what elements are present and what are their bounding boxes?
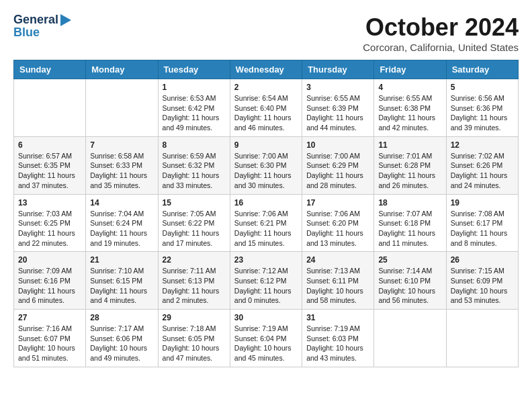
month-title: October 2024 bbox=[363, 13, 519, 42]
calendar-cell: 23Sunrise: 7:12 AM Sunset: 6:12 PM Dayli… bbox=[230, 252, 302, 310]
calendar-week-row: 20Sunrise: 7:09 AM Sunset: 6:16 PM Dayli… bbox=[14, 252, 519, 310]
logo-blue: Blue bbox=[13, 26, 71, 40]
calendar-cell bbox=[14, 79, 86, 137]
day-number: 10 bbox=[306, 140, 369, 150]
logo: General Blue bbox=[13, 13, 71, 40]
page-header: General Blue October 2024 Corcoran, Cali… bbox=[13, 13, 519, 53]
calendar-cell: 28Sunrise: 7:17 AM Sunset: 6:06 PM Dayli… bbox=[86, 310, 158, 367]
day-info: Sunrise: 7:05 AM Sunset: 6:22 PM Dayligh… bbox=[163, 209, 226, 248]
calendar-cell: 26Sunrise: 7:15 AM Sunset: 6:09 PM Dayli… bbox=[446, 252, 518, 310]
calendar-cell: 7Sunrise: 6:58 AM Sunset: 6:33 PM Daylig… bbox=[86, 136, 158, 194]
day-info: Sunrise: 7:18 AM Sunset: 6:05 PM Dayligh… bbox=[163, 324, 226, 363]
day-number: 24 bbox=[306, 255, 369, 265]
calendar-cell: 16Sunrise: 7:06 AM Sunset: 6:21 PM Dayli… bbox=[230, 194, 302, 252]
calendar-header-row: SundayMondayTuesdayWednesdayThursdayFrid… bbox=[14, 60, 519, 79]
day-number: 26 bbox=[451, 255, 514, 265]
calendar-cell: 30Sunrise: 7:19 AM Sunset: 6:04 PM Dayli… bbox=[230, 310, 302, 367]
day-number: 31 bbox=[306, 313, 369, 322]
day-info: Sunrise: 7:04 AM Sunset: 6:24 PM Dayligh… bbox=[90, 209, 153, 248]
day-number: 11 bbox=[378, 140, 441, 150]
day-info: Sunrise: 6:56 AM Sunset: 6:36 PM Dayligh… bbox=[451, 93, 514, 133]
day-number: 29 bbox=[163, 313, 226, 322]
day-info: Sunrise: 6:58 AM Sunset: 6:33 PM Dayligh… bbox=[90, 151, 153, 191]
calendar-week-row: 27Sunrise: 7:16 AM Sunset: 6:07 PM Dayli… bbox=[14, 310, 519, 367]
calendar-cell: 3Sunrise: 6:55 AM Sunset: 6:39 PM Daylig… bbox=[302, 79, 374, 137]
day-info: Sunrise: 7:01 AM Sunset: 6:28 PM Dayligh… bbox=[378, 151, 441, 191]
day-number: 28 bbox=[90, 313, 153, 322]
calendar-cell: 10Sunrise: 7:00 AM Sunset: 6:29 PM Dayli… bbox=[302, 136, 374, 194]
day-info: Sunrise: 7:03 AM Sunset: 6:25 PM Dayligh… bbox=[18, 209, 81, 248]
calendar-cell: 31Sunrise: 7:19 AM Sunset: 6:03 PM Dayli… bbox=[302, 310, 374, 367]
day-info: Sunrise: 7:17 AM Sunset: 6:06 PM Dayligh… bbox=[90, 324, 153, 363]
day-number: 1 bbox=[163, 83, 226, 92]
calendar-cell: 25Sunrise: 7:14 AM Sunset: 6:10 PM Dayli… bbox=[374, 252, 446, 310]
day-of-week-header: Wednesday bbox=[230, 60, 302, 79]
day-number: 15 bbox=[163, 198, 226, 208]
calendar-cell: 1Sunrise: 6:53 AM Sunset: 6:42 PM Daylig… bbox=[158, 79, 230, 137]
calendar-cell: 8Sunrise: 6:59 AM Sunset: 6:32 PM Daylig… bbox=[158, 136, 230, 194]
calendar-cell: 17Sunrise: 7:06 AM Sunset: 6:20 PM Dayli… bbox=[302, 194, 374, 252]
day-number: 5 bbox=[451, 83, 514, 92]
day-info: Sunrise: 7:07 AM Sunset: 6:18 PM Dayligh… bbox=[378, 209, 441, 248]
day-info: Sunrise: 7:06 AM Sunset: 6:21 PM Dayligh… bbox=[234, 209, 298, 248]
day-number: 25 bbox=[378, 255, 441, 265]
day-info: Sunrise: 6:55 AM Sunset: 6:38 PM Dayligh… bbox=[378, 93, 441, 133]
calendar-week-row: 13Sunrise: 7:03 AM Sunset: 6:25 PM Dayli… bbox=[14, 194, 519, 252]
day-of-week-header: Thursday bbox=[302, 60, 374, 79]
calendar-cell: 19Sunrise: 7:08 AM Sunset: 6:17 PM Dayli… bbox=[446, 194, 518, 252]
calendar-cell: 15Sunrise: 7:05 AM Sunset: 6:22 PM Dayli… bbox=[158, 194, 230, 252]
day-number: 20 bbox=[18, 255, 81, 265]
calendar-cell: 6Sunrise: 6:57 AM Sunset: 6:35 PM Daylig… bbox=[14, 136, 86, 194]
day-info: Sunrise: 7:09 AM Sunset: 6:16 PM Dayligh… bbox=[18, 266, 81, 306]
day-number: 9 bbox=[234, 140, 298, 150]
day-info: Sunrise: 7:06 AM Sunset: 6:20 PM Dayligh… bbox=[306, 209, 369, 248]
day-of-week-header: Saturday bbox=[446, 60, 518, 79]
day-number: 8 bbox=[163, 140, 226, 150]
calendar-cell: 22Sunrise: 7:11 AM Sunset: 6:13 PM Dayli… bbox=[158, 252, 230, 310]
day-number: 3 bbox=[306, 83, 369, 92]
calendar-cell bbox=[446, 310, 518, 367]
day-info: Sunrise: 6:54 AM Sunset: 6:40 PM Dayligh… bbox=[234, 93, 298, 133]
day-number: 12 bbox=[451, 140, 514, 150]
day-info: Sunrise: 7:15 AM Sunset: 6:09 PM Dayligh… bbox=[451, 266, 514, 306]
day-info: Sunrise: 6:57 AM Sunset: 6:35 PM Dayligh… bbox=[18, 151, 81, 191]
day-info: Sunrise: 7:08 AM Sunset: 6:17 PM Dayligh… bbox=[451, 209, 514, 248]
calendar-cell bbox=[374, 310, 446, 367]
day-number: 27 bbox=[18, 313, 81, 322]
title-block: October 2024 Corcoran, California, Unite… bbox=[363, 13, 519, 53]
day-info: Sunrise: 6:55 AM Sunset: 6:39 PM Dayligh… bbox=[306, 93, 369, 133]
day-info: Sunrise: 7:16 AM Sunset: 6:07 PM Dayligh… bbox=[18, 324, 81, 363]
day-info: Sunrise: 7:00 AM Sunset: 6:29 PM Dayligh… bbox=[306, 151, 369, 191]
day-of-week-header: Sunday bbox=[14, 60, 86, 79]
day-number: 18 bbox=[378, 198, 441, 208]
calendar-cell: 18Sunrise: 7:07 AM Sunset: 6:18 PM Dayli… bbox=[374, 194, 446, 252]
day-info: Sunrise: 7:13 AM Sunset: 6:11 PM Dayligh… bbox=[306, 266, 369, 306]
calendar-cell: 9Sunrise: 7:00 AM Sunset: 6:30 PM Daylig… bbox=[230, 136, 302, 194]
day-number: 2 bbox=[234, 83, 298, 92]
calendar-cell: 24Sunrise: 7:13 AM Sunset: 6:11 PM Dayli… bbox=[302, 252, 374, 310]
calendar-cell bbox=[86, 79, 158, 137]
day-info: Sunrise: 7:10 AM Sunset: 6:15 PM Dayligh… bbox=[90, 266, 153, 306]
day-number: 23 bbox=[234, 255, 298, 265]
calendar-cell: 12Sunrise: 7:02 AM Sunset: 6:26 PM Dayli… bbox=[446, 136, 518, 194]
calendar-cell: 5Sunrise: 6:56 AM Sunset: 6:36 PM Daylig… bbox=[446, 79, 518, 137]
day-of-week-header: Monday bbox=[86, 60, 158, 79]
day-of-week-header: Tuesday bbox=[158, 60, 230, 79]
day-number: 4 bbox=[378, 83, 441, 92]
day-info: Sunrise: 7:00 AM Sunset: 6:30 PM Dayligh… bbox=[234, 151, 298, 191]
calendar-table: SundayMondayTuesdayWednesdayThursdayFrid… bbox=[13, 60, 519, 367]
day-info: Sunrise: 7:02 AM Sunset: 6:26 PM Dayligh… bbox=[451, 151, 514, 191]
day-number: 7 bbox=[90, 140, 153, 150]
calendar-week-row: 6Sunrise: 6:57 AM Sunset: 6:35 PM Daylig… bbox=[14, 136, 519, 194]
day-number: 19 bbox=[451, 198, 514, 208]
logo-text: General bbox=[13, 13, 71, 27]
calendar-cell: 13Sunrise: 7:03 AM Sunset: 6:25 PM Dayli… bbox=[14, 194, 86, 252]
calendar-cell: 20Sunrise: 7:09 AM Sunset: 6:16 PM Dayli… bbox=[14, 252, 86, 310]
day-number: 13 bbox=[18, 198, 81, 208]
day-info: Sunrise: 7:19 AM Sunset: 6:03 PM Dayligh… bbox=[306, 324, 369, 363]
day-number: 6 bbox=[18, 140, 81, 150]
calendar-cell: 14Sunrise: 7:04 AM Sunset: 6:24 PM Dayli… bbox=[86, 194, 158, 252]
day-info: Sunrise: 7:12 AM Sunset: 6:12 PM Dayligh… bbox=[234, 266, 298, 306]
calendar-cell: 21Sunrise: 7:10 AM Sunset: 6:15 PM Dayli… bbox=[86, 252, 158, 310]
day-info: Sunrise: 7:14 AM Sunset: 6:10 PM Dayligh… bbox=[378, 266, 441, 306]
